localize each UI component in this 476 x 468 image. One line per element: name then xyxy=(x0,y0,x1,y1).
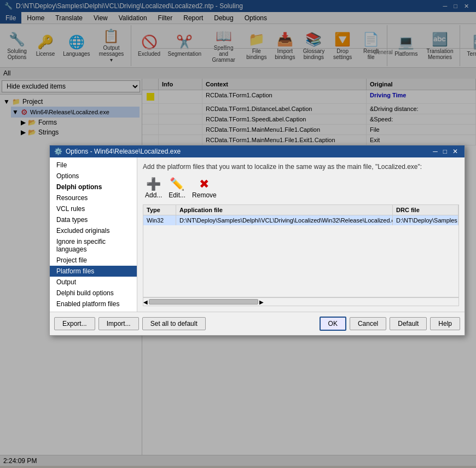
remove-label: Remove xyxy=(192,191,217,199)
platform-table-row[interactable]: Win32 D:\NT\Deploy\Samples\Delphi\VCL\Dr… xyxy=(143,215,458,225)
nav-excluded-originals[interactable]: Excluded originals xyxy=(50,225,137,236)
edit-label: Edit... xyxy=(169,191,185,199)
horizontal-scrollbar[interactable]: ◀ ▶ xyxy=(143,297,459,306)
dialog-body: File Options Delphi options Resources VC… xyxy=(50,157,465,312)
add-button[interactable]: ➕ Add... xyxy=(143,176,164,200)
scroll-left-icon[interactable]: ◀ xyxy=(143,299,148,305)
col-app-file: Application file xyxy=(176,205,393,215)
nav-delphi-options[interactable]: Delphi options xyxy=(50,182,137,192)
import-button[interactable]: Import... xyxy=(98,317,139,330)
nav-delphi-build[interactable]: Delphi build options xyxy=(50,288,137,299)
default-button[interactable]: Default xyxy=(390,317,427,330)
cell-drc-file-0: D:\NT\Deploy\Samples xyxy=(393,215,458,225)
dialog-footer: Export... Import... Set all to default O… xyxy=(50,312,465,335)
nav-options[interactable]: Options xyxy=(50,171,137,182)
col-drc-file: DRC file xyxy=(393,205,458,215)
dialog-content: Add the platform files that you want to … xyxy=(137,157,465,312)
dialog-description: Add the platform files that you want to … xyxy=(143,163,459,171)
dialog-close-button[interactable]: ✕ xyxy=(450,148,460,155)
dialog-title-icon: ⚙️ xyxy=(54,148,62,155)
dialog-nav: File Options Delphi options Resources VC… xyxy=(50,157,137,312)
export-button[interactable]: Export... xyxy=(54,317,95,330)
dialog-maximize-button[interactable]: □ xyxy=(441,148,449,155)
col-type: Type xyxy=(143,205,176,215)
edit-button[interactable]: ✏️ Edit... xyxy=(169,177,185,199)
scrollbar-thumb[interactable] xyxy=(149,299,258,305)
dialog-title-bar: ⚙️ Options - Win64\Release\Localized.exe… xyxy=(50,145,465,157)
nav-file[interactable]: File xyxy=(50,160,137,171)
nav-platform-files[interactable]: Platform files xyxy=(50,266,137,277)
platform-table-header: Type Application file DRC file xyxy=(143,204,459,215)
platform-table-body: Win32 D:\NT\Deploy\Samples\Delphi\VCL\Dr… xyxy=(143,215,459,297)
remove-button[interactable]: ✖ Remove xyxy=(192,177,217,199)
set-all-default-button[interactable]: Set all to default xyxy=(142,317,206,330)
edit-icon: ✏️ xyxy=(170,177,184,191)
dialog-minimize-button[interactable]: ─ xyxy=(431,148,440,155)
cell-type-0: Win32 xyxy=(143,215,176,225)
nav-ignore-languages[interactable]: Ignore in specific languages xyxy=(50,236,137,255)
add-icon: ➕ xyxy=(146,177,161,191)
nav-data-types[interactable]: Data types xyxy=(50,214,137,225)
nav-vcl-rules[interactable]: VCL rules xyxy=(50,203,137,214)
dialog-title-controls: ─ □ ✕ xyxy=(431,148,460,155)
help-button[interactable]: Help xyxy=(430,317,460,330)
nav-output[interactable]: Output xyxy=(50,277,137,288)
cell-app-file-0: D:\NT\Deploy\Samples\Delphi\VCL\Driving\… xyxy=(176,215,393,225)
nav-project-file[interactable]: Project file xyxy=(50,255,137,266)
dialog-overlay: ⚙️ Options - Win64\Release\Localized.exe… xyxy=(0,0,476,468)
options-dialog: ⚙️ Options - Win64\Release\Localized.exe… xyxy=(49,145,465,336)
dialog-title-text: Options - Win64\Release\Localized.exe xyxy=(66,148,181,155)
cancel-button[interactable]: Cancel xyxy=(350,317,386,330)
add-label: Add... xyxy=(145,191,162,199)
nav-enabled-platform-files[interactable]: Enabled platform files xyxy=(50,299,137,309)
ok-button[interactable]: OK xyxy=(320,317,346,331)
nav-resources[interactable]: Resources xyxy=(50,192,137,203)
dialog-toolbar: ➕ Add... ✏️ Edit... ✖ Remove xyxy=(143,176,459,200)
remove-icon: ✖ xyxy=(199,177,209,191)
scroll-right-icon[interactable]: ▶ xyxy=(259,299,264,305)
